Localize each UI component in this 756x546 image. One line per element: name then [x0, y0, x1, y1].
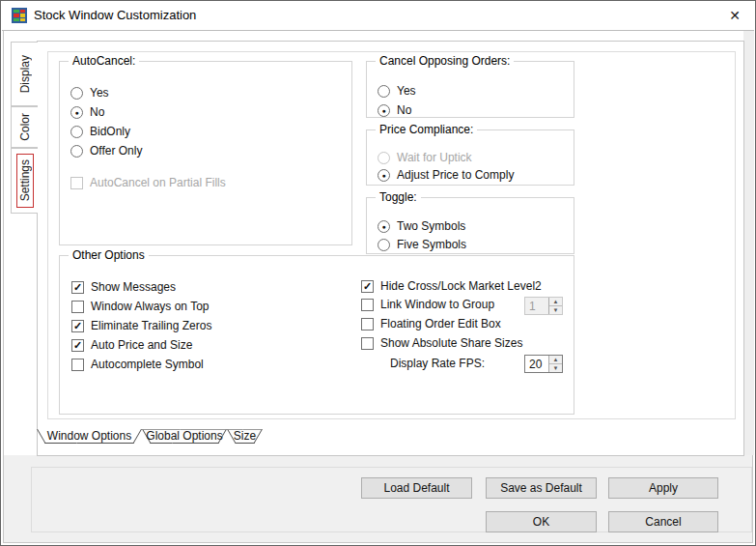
group-title: Toggle: [376, 190, 421, 204]
radio-adjust-price-to-comply[interactable]: ● Adjust Price to Comply [378, 165, 514, 185]
radio-icon [70, 126, 83, 138]
radio-two-symbols[interactable]: ● Two Symbols [378, 216, 465, 236]
spinner-buttons: ▲ ▼ [548, 356, 562, 372]
radio-cancel-opposing-no[interactable]: ● No [378, 101, 411, 120]
radio-autocancel-bidonly[interactable]: BidOnly [70, 122, 130, 141]
spinner-up-icon: ▲ [549, 298, 562, 306]
group-title: Other Options [69, 248, 149, 262]
checkbox-eliminate-trailing-zeros[interactable]: ✓ Eliminate Trailing Zeros [71, 316, 211, 335]
group-title: Cancel Opposing Orders: [376, 54, 514, 68]
radio-autocancel-offer-only[interactable]: Offer Only [70, 141, 142, 160]
load-default-button[interactable]: Load Default [361, 477, 472, 499]
radio-icon [70, 87, 83, 100]
tab-label: Window Options [37, 429, 142, 442]
ok-button[interactable]: OK [486, 511, 597, 532]
titlebar: Stock Window Customization ✕ [2, 1, 754, 31]
radio-icon: ● [378, 220, 390, 233]
stock-window-customization-dialog: Stock Window Customization ✕ Display Col… [0, 0, 756, 546]
checkbox-icon: ✓ [361, 280, 374, 293]
checkbox-icon [71, 359, 84, 371]
checkbox-show-absolute-share-sizes[interactable]: Show Absolute Share Sizes [361, 333, 522, 353]
checkbox-icon [70, 177, 83, 189]
checkbox-icon: ✓ [71, 320, 84, 332]
checkbox-autocomplete-symbol[interactable]: Autocomplete Symbol [71, 355, 204, 374]
icon-cell [20, 18, 26, 21]
tab-label: Size [227, 429, 263, 442]
icon-cell [20, 14, 26, 16]
cancel-button[interactable]: Cancel [608, 511, 718, 532]
group-title: AutoCancel: [69, 54, 139, 68]
radio-wait-for-uptick: Wait for Uptick [378, 148, 472, 167]
apply-button[interactable]: Apply [608, 477, 718, 499]
selected-tab-indicator: Settings [16, 154, 34, 207]
tab-display[interactable]: Display [11, 42, 38, 106]
radio-icon [378, 85, 390, 98]
checkbox-icon [361, 337, 374, 350]
close-button[interactable]: ✕ [715, 1, 754, 30]
close-icon: ✕ [729, 8, 741, 23]
tab-settings[interactable]: Settings [11, 148, 38, 214]
spinner-buttons: ▲ ▼ [548, 298, 562, 314]
tab-window-options[interactable]: Window Options [37, 429, 142, 444]
tab-label: Color [18, 113, 32, 141]
checkbox-autocancel-partial-fills: AutoCancel on Partial Fills [70, 173, 226, 192]
checkbox-link-window-to-group[interactable]: Link Window to Group [361, 295, 494, 314]
spinner-down-icon[interactable]: ▼ [549, 364, 562, 372]
radio-icon: ● [70, 106, 83, 119]
tab-global-options[interactable]: Global Options [142, 429, 227, 444]
app-icon [12, 8, 27, 23]
checkbox-window-always-on-top[interactable]: Window Always on Top [71, 297, 210, 316]
radio-autocancel-yes[interactable]: Yes [70, 83, 109, 102]
tab-label: Global Options [142, 429, 227, 442]
radio-cancel-opposing-yes[interactable]: Yes [378, 81, 416, 101]
checkbox-hide-cross-lock-market-level2[interactable]: ✓ Hide Cross/Lock Market Level2 [361, 276, 542, 296]
radio-icon: ● [378, 169, 390, 182]
save-as-default-button[interactable]: Save as Default [486, 477, 597, 499]
radio-icon [70, 145, 83, 158]
icon-cell [14, 14, 19, 16]
spinner-down-icon: ▼ [549, 306, 562, 314]
checkbox-floating-order-edit-box[interactable]: Floating Order Edit Box [361, 314, 501, 333]
checkbox-icon: ✓ [71, 339, 84, 352]
checkbox-icon [71, 301, 84, 313]
radio-autocancel-no[interactable]: ● No [70, 102, 104, 122]
window-title: Stock Window Customization [34, 1, 196, 30]
checkbox-auto-price-and-size[interactable]: ✓ Auto Price and Size [71, 335, 192, 355]
tab-label: Settings [18, 159, 32, 201]
checkbox-icon [361, 299, 374, 311]
display-rate-fps-label: Display Rate FPS: [390, 355, 485, 373]
radio-icon: ● [378, 104, 390, 117]
radio-icon [378, 239, 390, 251]
tab-color[interactable]: Color [11, 106, 38, 148]
icon-cell [20, 10, 26, 13]
link-group-spinner: 1 ▲ ▼ [524, 297, 563, 315]
checkbox-icon [361, 318, 374, 330]
spinner-up-icon[interactable]: ▲ [549, 356, 562, 364]
group-title: Price Compliance: [376, 123, 477, 136]
checkbox-show-messages[interactable]: ✓ Show Messages [71, 277, 176, 297]
tab-label: Display [18, 55, 32, 93]
icon-cell [14, 18, 19, 21]
icon-cell [14, 10, 19, 13]
radio-icon [378, 152, 390, 164]
radio-five-symbols[interactable]: Five Symbols [378, 235, 466, 254]
tab-size[interactable]: Size [227, 429, 263, 444]
checkbox-icon: ✓ [71, 281, 84, 294]
fps-spinner[interactable]: 20 ▲ ▼ [524, 355, 563, 373]
right-margin [743, 31, 754, 455]
